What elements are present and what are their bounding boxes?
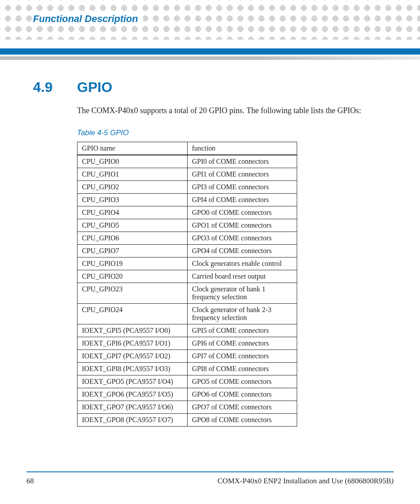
section-number: 4.9 [33, 79, 59, 96]
gpio-function-cell: GPI0 of COME connectors [188, 155, 297, 168]
table-row: IOEXT_GPO7 (PCA9557 I/O6)GPO7 of COME co… [77, 401, 297, 414]
gpio-name-cell: CPU_GPIO0 [77, 155, 188, 168]
table-row: IOEXT_GPO8 (PCA9557 I/O7)GPO8 of COME co… [77, 414, 297, 427]
gpio-function-cell: GPO6 of COME connectors [188, 388, 297, 401]
gpio-name-cell: CPU_GPIO5 [77, 219, 188, 232]
gpio-function-cell: Clock generators enable control [188, 258, 297, 270]
gpio-table: GPIO name function CPU_GPIO0GPI0 of COME… [77, 142, 297, 427]
table-caption: Table 4-5 GPIO [77, 129, 394, 137]
table-row: CPU_GPIO23Clock generator of bank 1 freq… [77, 283, 297, 304]
gpio-name-cell: IOEXT_GPO8 (PCA9557 I/O7) [77, 414, 188, 427]
gpio-name-cell: IOEXT_GPI5 (PCA9557 I/O0) [77, 324, 188, 337]
page-footer: 68 COMX-P40x0 ENP2 Installation and Use … [26, 477, 394, 486]
gpio-function-cell: GPO8 of COME connectors [188, 414, 297, 427]
table-header-row: GPIO name function [77, 142, 297, 155]
section-heading: 4.9 GPIO [33, 79, 394, 96]
chapter-title: Functional Description [33, 13, 143, 25]
gpio-name-cell: CPU_GPIO4 [77, 206, 188, 219]
header-blue-bar [0, 48, 420, 55]
gpio-name-cell: IOEXT_GPO6 (PCA9557 I/O5) [77, 388, 188, 401]
table-row: CPU_GPIO2GPI3 of COME connectors [77, 181, 297, 194]
gpio-function-cell: GPO5 of COME connectors [188, 375, 297, 388]
table-row: IOEXT_GPI6 (PCA9557 I/O1)GPI6 of COME co… [77, 337, 297, 350]
table-row: IOEXT_GPO6 (PCA9557 I/O5)GPO6 of COME co… [77, 388, 297, 401]
gpio-name-cell: CPU_GPIO20 [77, 270, 188, 283]
table-row: CPU_GPIO6GPO3 of COME connectors [77, 232, 297, 245]
table-row: CPU_GPIO1GPI1 of COME connectors [77, 168, 297, 181]
gpio-name-cell: CPU_GPIO3 [77, 194, 188, 206]
gpio-function-cell: GPI4 of COME connectors [188, 194, 297, 206]
table-row: CPU_GPIO7GPO4 of COME connectors [77, 245, 297, 258]
gpio-function-cell: GPO7 of COME connectors [188, 401, 297, 414]
gpio-name-cell: IOEXT_GPO7 (PCA9557 I/O6) [77, 401, 188, 414]
gpio-name-cell: IOEXT_GPI6 (PCA9557 I/O1) [77, 337, 188, 350]
gpio-function-cell: GPI1 of COME connectors [188, 168, 297, 181]
page-number: 68 [26, 477, 44, 486]
gpio-function-cell: Carried board reset output [188, 270, 297, 283]
table-row: IOEXT_GPI7 (PCA9557 I/O2)GPI7 of COME co… [77, 350, 297, 363]
gpio-function-cell: GPI7 of COME connectors [188, 350, 297, 363]
gpio-name-cell: CPU_GPIO7 [77, 245, 188, 258]
footer-divider [26, 471, 394, 472]
table-header-function: function [188, 142, 297, 155]
gpio-name-cell: IOEXT_GPO5 (PCA9557 I/O4) [77, 375, 188, 388]
gpio-function-cell: Clock generator of bank 2-3 frequency se… [188, 304, 297, 324]
gpio-function-cell: GPI6 of COME connectors [188, 337, 297, 350]
table-header-gpio-name: GPIO name [77, 142, 188, 155]
table-row: IOEXT_GPI8 (PCA9557 I/O3)GPI8 of COME co… [77, 363, 297, 375]
table-row: CPU_GPIO19Clock generators enable contro… [77, 258, 297, 270]
gpio-function-cell: Clock generator of bank 1 frequency sele… [188, 283, 297, 304]
gpio-name-cell: CPU_GPIO1 [77, 168, 188, 181]
gpio-name-cell: IOEXT_GPI7 (PCA9557 I/O2) [77, 350, 188, 363]
gpio-name-cell: CPU_GPIO23 [77, 283, 188, 304]
doc-title-tail: ) [391, 477, 394, 485]
gpio-function-cell: GPO0 of COME connectors [188, 206, 297, 219]
doc-title-text: COMX-P40x0 ENP2 Installation and Use (68… [217, 477, 391, 485]
gpio-name-cell: CPU_GPIO24 [77, 304, 188, 324]
table-row: CPU_GPIO4GPO0 of COME connectors [77, 206, 297, 219]
gpio-function-cell: GPI8 of COME connectors [188, 363, 297, 375]
table-row: CPU_GPIO24Clock generator of bank 2-3 fr… [77, 304, 297, 324]
table-row: IOEXT_GPO5 (PCA9557 I/O4)GPO5 of COME co… [77, 375, 297, 388]
doc-title: COMX-P40x0 ENP2 Installation and Use (68… [217, 477, 394, 486]
section-intro-text: The COMX-P40x0 supports a total of 20 GP… [77, 105, 394, 116]
gpio-name-cell: IOEXT_GPI8 (PCA9557 I/O3) [77, 363, 188, 375]
table-row: CPU_GPIO5GPO1 of COME connectors [77, 219, 297, 232]
header-gray-bar [0, 56, 420, 60]
table-row: CPU_GPIO3GPI4 of COME connectors [77, 194, 297, 206]
section-title: GPIO [77, 79, 112, 96]
table-row: IOEXT_GPI5 (PCA9557 I/O0)GPI5 of COME co… [77, 324, 297, 337]
page-content: 4.9 GPIO The COMX-P40x0 supports a total… [33, 79, 394, 427]
gpio-function-cell: GPO1 of COME connectors [188, 219, 297, 232]
gpio-function-cell: GPO3 of COME connectors [188, 232, 297, 245]
table-row: CPU_GPIO20Carried board reset output [77, 270, 297, 283]
table-row: CPU_GPIO0GPI0 of COME connectors [77, 155, 297, 168]
gpio-function-cell: GPO4 of COME connectors [188, 245, 297, 258]
gpio-name-cell: CPU_GPIO6 [77, 232, 188, 245]
gpio-function-cell: GPI3 of COME connectors [188, 181, 297, 194]
gpio-function-cell: GPI5 of COME connectors [188, 324, 297, 337]
gpio-name-cell: CPU_GPIO19 [77, 258, 188, 270]
gpio-name-cell: CPU_GPIO2 [77, 181, 188, 194]
